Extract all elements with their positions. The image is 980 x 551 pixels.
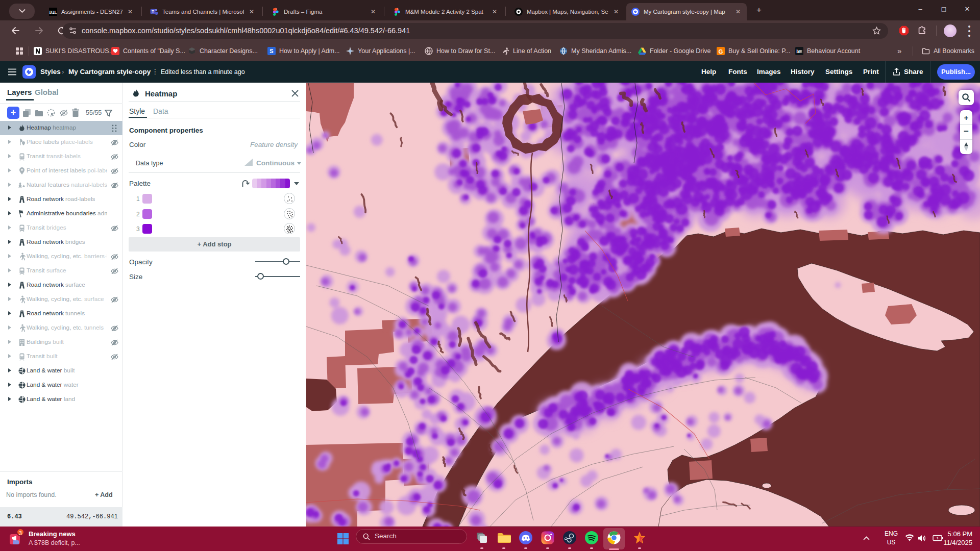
svg-text:D2L: D2L (49, 10, 57, 15)
svg-text:G: G (719, 48, 723, 55)
svg-text:bE: bE (796, 49, 802, 54)
svg-text:T: T (152, 9, 154, 14)
svg-text:S: S (270, 48, 273, 54)
